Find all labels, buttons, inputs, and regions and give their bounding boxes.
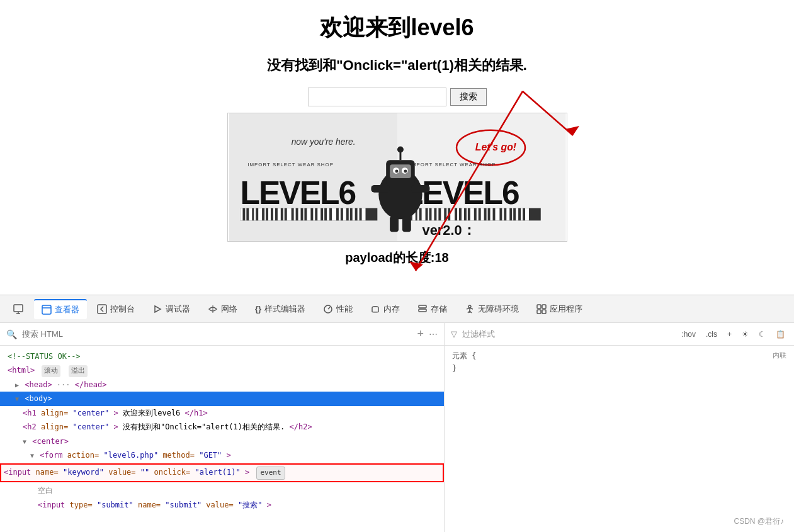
styles-panel: ▽ 过滤样式 :hov .cls + ☀ ☾ 📋 元素 { 内联 } xyxy=(445,323,794,532)
tab-application-label: 应用程序 xyxy=(550,303,582,315)
svg-rect-13 xyxy=(249,208,252,221)
tab-style-editor-label: 样式编辑器 xyxy=(264,303,305,315)
svg-rect-74 xyxy=(402,216,411,232)
svg-rect-17 xyxy=(268,208,271,221)
svg-text:IMPORT SELECT WEAR SHOP: IMPORT SELECT WEAR SHOP xyxy=(247,162,334,167)
csdn-watermark: CSDN @君衍♪ xyxy=(734,516,784,527)
payload-info: payload的长度:18 xyxy=(345,249,448,266)
top-area: 欢迎来到level6 没有找到和"Onclick="alert(1)相关的结果.… xyxy=(0,0,794,295)
cls-button[interactable]: .cls xyxy=(703,329,720,340)
svg-rect-29 xyxy=(327,208,329,221)
svg-rect-53 xyxy=(476,208,478,221)
svg-rect-55 xyxy=(486,208,487,221)
svg-rect-12 xyxy=(245,208,246,221)
svg-rect-85 xyxy=(42,305,51,314)
overflow-badge[interactable]: 溢出 xyxy=(69,365,88,377)
svg-rect-56 xyxy=(490,208,492,221)
tab-accessibility[interactable]: 无障碍环境 xyxy=(457,300,526,319)
svg-rect-36 xyxy=(361,208,365,221)
tree-head[interactable]: ▶ <head> ··· </head> xyxy=(0,378,444,392)
tab-memory[interactable]: 内存 xyxy=(363,300,407,319)
svg-rect-61 xyxy=(516,208,518,221)
settings-button[interactable]: 📋 xyxy=(773,329,788,340)
tree-input-keyword[interactable]: <input name= "keyword" value= "" onclick… xyxy=(0,463,444,482)
svg-rect-21 xyxy=(286,208,291,221)
svg-rect-50 xyxy=(461,208,463,221)
svg-rect-19 xyxy=(277,208,280,221)
svg-rect-23 xyxy=(298,208,300,221)
element-selector: 元素 { 内联 xyxy=(452,351,786,361)
search-input[interactable] xyxy=(308,88,446,106)
svg-rect-76 xyxy=(411,185,429,193)
svg-rect-91 xyxy=(419,305,426,308)
svg-rect-11 xyxy=(240,208,242,221)
devtools-content: 🔍 + ⋯ <!--STATUS OK--> <html> 滚动 溢出 ▶ <h… xyxy=(0,323,794,532)
svg-rect-43 xyxy=(428,208,429,221)
tree-h2[interactable]: <h2 align= "center" > 没有找到和"Onclick="ale… xyxy=(0,420,444,434)
svg-rect-92 xyxy=(419,309,426,312)
svg-rect-31 xyxy=(338,208,340,221)
dark-mode-button[interactable]: ☾ xyxy=(756,329,768,340)
svg-rect-48 xyxy=(450,208,455,221)
tree-comment-status: <!--STATUS OK--> xyxy=(0,349,444,363)
tab-network[interactable]: 网络 xyxy=(200,300,245,319)
svg-marker-79 xyxy=(565,126,579,135)
svg-rect-63 xyxy=(525,208,529,221)
tree-form[interactable]: ▼ <form action= "level6.php" method= "GE… xyxy=(0,448,444,462)
html-search-input[interactable] xyxy=(22,329,412,339)
scroll-badge[interactable]: 滚动 xyxy=(42,365,60,377)
tab-style-editor[interactable]: {} 样式编辑器 xyxy=(247,300,313,319)
svg-rect-22 xyxy=(293,208,295,221)
add-node-icon[interactable]: + xyxy=(417,327,424,341)
svg-rect-27 xyxy=(317,208,320,221)
svg-rect-82 xyxy=(14,305,23,312)
svg-rect-95 xyxy=(542,305,546,308)
svg-rect-87 xyxy=(98,305,106,314)
svg-point-69 xyxy=(395,170,398,173)
add-style-button[interactable]: + xyxy=(725,329,734,340)
tab-accessibility-label: 无障碍环境 xyxy=(478,303,519,315)
tab-debugger[interactable]: 调试器 xyxy=(145,300,198,319)
svg-rect-32 xyxy=(343,208,346,221)
svg-rect-25 xyxy=(307,208,310,221)
filter-label: 过滤样式 xyxy=(462,329,495,340)
tab-inspector-label: 查看器 xyxy=(55,304,79,315)
svg-text:now you're here.: now you're here. xyxy=(291,137,355,147)
html-panel: 🔍 + ⋯ <!--STATUS OK--> <html> 滚动 溢出 ▶ <h… xyxy=(0,323,445,532)
tree-center[interactable]: ▼ <center> xyxy=(0,434,444,448)
tab-console[interactable]: 控制台 xyxy=(89,300,142,319)
tab-performance-label: 性能 xyxy=(336,303,353,315)
tab-performance[interactable]: 性能 xyxy=(315,300,360,319)
tree-input-submit[interactable]: <input type= "submit" name= "submit" val… xyxy=(0,498,444,512)
svg-text:Let's go!: Let's go! xyxy=(475,142,516,152)
svg-rect-18 xyxy=(273,208,275,221)
devtools-toolbar: 查看器 控制台 调试器 网络 {} 样式编辑器 xyxy=(0,295,794,323)
svg-rect-54 xyxy=(480,208,484,221)
tree-html[interactable]: <html> 滚动 溢出 xyxy=(0,363,444,378)
svg-rect-75 xyxy=(371,185,390,193)
svg-rect-51 xyxy=(466,208,467,221)
svg-rect-52 xyxy=(470,208,474,221)
svg-rect-49 xyxy=(457,208,459,221)
tree-h1[interactable]: <h1 align= "center" > 欢迎来到level6 </h1> xyxy=(0,406,444,420)
drag-icon[interactable]: ⋯ xyxy=(429,329,438,339)
tab-inspector[interactable]: 查看器 xyxy=(34,299,87,319)
svg-text:LEVEL6: LEVEL6 xyxy=(240,174,355,211)
hover-button[interactable]: :hov xyxy=(679,329,698,340)
styles-source: 内联 xyxy=(773,351,786,360)
tab-debugger-label: 调试器 xyxy=(166,303,190,315)
svg-rect-14 xyxy=(254,208,256,221)
svg-rect-26 xyxy=(313,208,315,221)
svg-rect-33 xyxy=(348,208,349,221)
svg-rect-66 xyxy=(390,164,411,178)
event-badge[interactable]: event xyxy=(256,467,285,480)
svg-rect-44 xyxy=(431,208,434,221)
search-button[interactable]: 搜索 xyxy=(450,88,487,106)
tree-body[interactable]: ▼ <body> xyxy=(0,392,444,405)
tab-storage[interactable]: 存储 xyxy=(410,300,455,319)
svg-rect-60 xyxy=(512,208,513,221)
brightness-button[interactable]: ☀ xyxy=(739,329,751,340)
tab-console-label: 控制台 xyxy=(110,303,135,315)
tab-screen[interactable] xyxy=(5,300,31,319)
tab-application[interactable]: 应用程序 xyxy=(529,300,590,319)
